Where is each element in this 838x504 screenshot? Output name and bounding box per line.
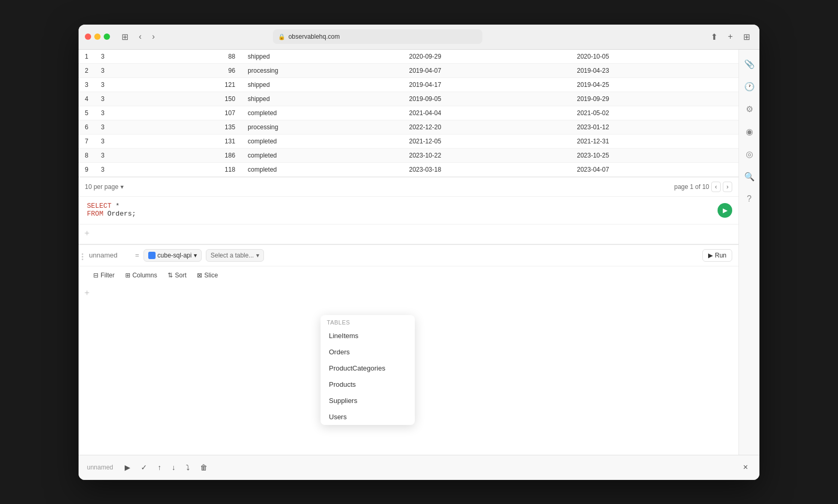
handle-dot-2	[82, 256, 83, 257]
share-button[interactable]: ⬆	[708, 30, 721, 44]
slice-icon: ⊠	[197, 272, 202, 279]
table-select-chevron-icon: ▾	[256, 252, 259, 259]
filter-button[interactable]: ⊟ Filter	[89, 270, 119, 281]
col-1: 3	[95, 148, 155, 162]
title-bar: ⊞ ‹ › 🔒 observablehq.com ⬆ + ⊞	[79, 25, 759, 50]
bottom-import-button[interactable]: ⤵	[183, 461, 193, 474]
dropdown-table-item[interactable]: Products	[321, 376, 415, 393]
col-status: processing	[241, 120, 403, 134]
col-1: 3	[95, 50, 155, 64]
datasource-selector-button[interactable]: cube-sql-api ▾	[144, 249, 202, 262]
bottom-up-button[interactable]: ↑	[155, 461, 164, 474]
forward-button[interactable]: ›	[149, 30, 158, 43]
row-number: 8	[79, 148, 95, 162]
table-row: 9 3 118 completed 2023-03-18 2023-04-07	[79, 162, 738, 176]
minimize-button[interactable]	[94, 33, 101, 40]
data-table: 1 3 88 shipped 2020-09-29 2020-10-05 2 3…	[79, 50, 738, 177]
col-1: 3	[95, 162, 155, 176]
dropdown-table-item[interactable]: Users	[321, 409, 415, 425]
right-sidebar: 📎 🕐 ⚙ ◉ ◎ 🔍 ?	[738, 50, 759, 455]
main-area: 1 3 88 shipped 2020-09-29 2020-10-05 2 3…	[79, 50, 759, 455]
col-1: 3	[95, 63, 155, 77]
row-number: 2	[79, 63, 95, 77]
prev-page-button[interactable]: ‹	[711, 182, 721, 192]
sort-label: Sort	[175, 272, 186, 279]
col-date1: 2023-03-18	[403, 162, 570, 176]
history-icon-button[interactable]: 🕐	[741, 79, 758, 95]
cell-drag-handle[interactable]	[79, 251, 86, 262]
bottom-check-button[interactable]: ✓	[138, 461, 150, 474]
url-text: observablehq.com	[289, 33, 340, 40]
bottom-close-button[interactable]: ×	[740, 461, 751, 474]
lock-icon: 🔒	[278, 33, 285, 40]
table-select-button[interactable]: Select a table... ▾	[206, 249, 264, 262]
per-page-selector[interactable]: 10 per page ▾	[85, 183, 124, 191]
col-2: 107	[155, 106, 241, 120]
run-button[interactable]: ▶ Run	[702, 249, 732, 262]
col-date2: 2023-01-12	[570, 120, 738, 134]
cell-block: = cube-sql-api ▾ Select a table... ▾ ▶ R…	[79, 244, 738, 284]
col-2: 186	[155, 148, 241, 162]
close-button[interactable]	[85, 33, 91, 40]
grid-button[interactable]: ⊞	[740, 30, 753, 44]
bottom-down-button[interactable]: ↓	[169, 461, 179, 474]
globe-icon-button[interactable]: ◉	[743, 124, 756, 140]
table-container: 1 3 88 shipped 2020-09-29 2020-10-05 2 3…	[79, 50, 738, 177]
col-date2: 2023-04-07	[570, 162, 738, 176]
dropdown-section-label: Tables	[321, 315, 415, 328]
eye-icon-button[interactable]: ◎	[743, 146, 756, 162]
col-1: 3	[95, 92, 155, 106]
sql-line-1: SELECT *	[87, 202, 730, 210]
sidebar-toggle-button[interactable]: ⊞	[118, 30, 131, 44]
bottom-bar-cell-name: unnamed	[87, 464, 113, 471]
help-icon-button[interactable]: ?	[744, 191, 755, 207]
table-row: 7 3 131 completed 2021-12-05 2021-12-31	[79, 134, 738, 148]
columns-button[interactable]: ⊞ Columns	[121, 270, 161, 281]
dropdown-table-item[interactable]: Orders	[321, 344, 415, 360]
link-icon-button[interactable]: ⚙	[743, 101, 756, 117]
bottom-delete-button[interactable]: 🗑	[197, 461, 211, 474]
sql-editor: SELECT * FROM Orders; ▶	[79, 196, 738, 224]
add-cell-below-area: ＋	[79, 284, 738, 301]
slice-button[interactable]: ⊠ Slice	[193, 270, 222, 281]
page-info-text: page 1 of 10	[674, 183, 709, 191]
search-icon-button[interactable]: 🔍	[741, 169, 758, 185]
dropdown-table-item[interactable]: LineItems	[321, 328, 415, 344]
back-button[interactable]: ‹	[136, 30, 145, 43]
col-2: 88	[155, 50, 241, 64]
table-row: 5 3 107 completed 2021-04-04 2021-05-02	[79, 106, 738, 120]
address-bar[interactable]: 🔒 observablehq.com	[273, 29, 482, 44]
col-status: processing	[241, 63, 403, 77]
row-number: 9	[79, 162, 95, 176]
bottom-run-button[interactable]: ▶	[122, 461, 134, 474]
col-status: shipped	[241, 92, 403, 106]
sql-run-button[interactable]: ▶	[718, 203, 732, 218]
next-page-button[interactable]: ›	[723, 182, 732, 192]
pagination-bar: 10 per page ▾ page 1 of 10 ‹ ›	[79, 177, 738, 196]
dropdown-table-item[interactable]: ProductCategories	[321, 360, 415, 376]
row-number: 3	[79, 77, 95, 92]
fullscreen-button[interactable]	[104, 33, 110, 40]
row-number: 4	[79, 92, 95, 106]
sql-select-rest: *	[112, 202, 120, 210]
bookmark-icon-button[interactable]: 📎	[741, 56, 758, 72]
dropdown-table-item[interactable]: Suppliers	[321, 393, 415, 409]
sort-button[interactable]: ⇅ Sort	[163, 270, 191, 281]
table-row: 1 3 88 shipped 2020-09-29 2020-10-05	[79, 50, 738, 64]
new-tab-button[interactable]: +	[725, 30, 736, 43]
col-2: 150	[155, 92, 241, 106]
cell-toolbar: ⊟ Filter ⊞ Columns ⇅ Sort ⊠ Slice	[79, 266, 738, 284]
sort-icon: ⇅	[168, 272, 173, 279]
traffic-lights	[85, 33, 110, 40]
columns-label: Columns	[133, 272, 157, 279]
col-date1: 2019-04-07	[403, 63, 570, 77]
col-status: completed	[241, 106, 403, 120]
col-date1: 2019-09-05	[403, 92, 570, 106]
per-page-chevron: ▾	[120, 183, 124, 191]
cell-name-input[interactable]	[89, 251, 131, 259]
col-date1: 2020-09-29	[403, 50, 570, 64]
add-cell-above-button[interactable]: ＋	[79, 227, 95, 240]
table-dropdown: Tables LineItemsOrdersProductCategoriesP…	[321, 315, 415, 425]
col-2: 121	[155, 77, 241, 92]
add-cell-below-button[interactable]: ＋	[79, 286, 95, 299]
